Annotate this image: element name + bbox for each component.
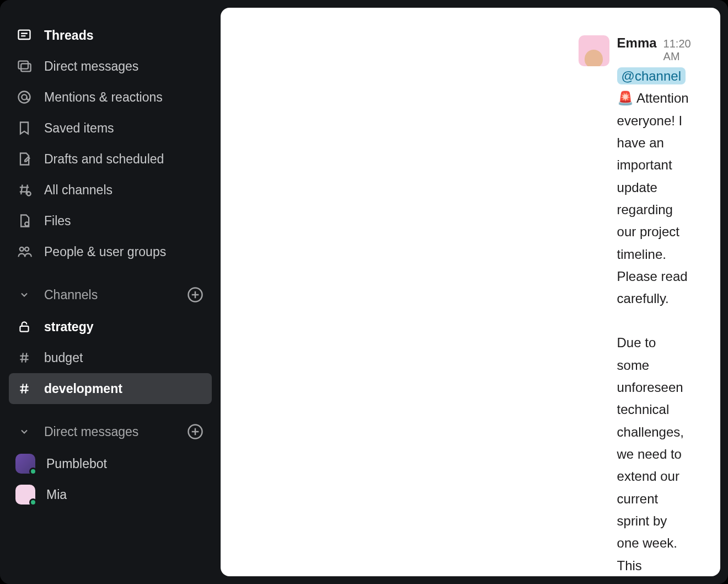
svg-point-14 [25, 247, 29, 251]
presence-indicator [29, 468, 37, 475]
channel-label: strategy [44, 320, 93, 335]
avatar [15, 454, 35, 474]
app-root: Threads Direct messages Mentions & react… [0, 0, 728, 584]
nav-saved[interactable]: Saved items [9, 113, 212, 144]
channels-header[interactable]: Channels [9, 278, 212, 311]
svg-line-26 [25, 384, 26, 393]
message-body: Emma11:20 AM@channel 🚨 Attention everyon… [617, 35, 692, 576]
svg-rect-0 [19, 30, 30, 39]
nav-label: Direct messages [44, 59, 138, 74]
svg-point-12 [25, 222, 29, 226]
message-avatar[interactable] [579, 35, 609, 66]
svg-line-21 [22, 353, 23, 362]
message-header: Emma11:20 AM [617, 35, 692, 63]
svg-line-25 [22, 384, 23, 393]
add-channel-button[interactable] [185, 285, 205, 305]
svg-rect-4 [21, 63, 30, 71]
dm-mia[interactable]: Mia [9, 479, 212, 510]
dm-label: Mia [46, 487, 67, 502]
main-panel: # development 50 [221, 8, 720, 576]
nav-label: Saved items [44, 121, 114, 136]
all-channels-icon [15, 181, 33, 199]
chevron-down-icon [15, 286, 33, 304]
avatar [15, 485, 35, 505]
hash-icon [15, 380, 33, 397]
nav-label: All channels [44, 183, 113, 198]
dm-header[interactable]: Direct messages [9, 415, 212, 448]
svg-point-13 [20, 247, 24, 251]
nav-threads[interactable]: Threads [9, 20, 212, 51]
draft-icon [15, 150, 33, 168]
nav-people[interactable]: People & user groups [9, 236, 212, 267]
mention[interactable]: @channel [617, 67, 686, 84]
channel-header: # development 50 [221, 8, 720, 576]
at-icon [15, 88, 33, 106]
nav-mentions[interactable]: Mentions & reactions [9, 82, 212, 113]
channel-budget[interactable]: budget [9, 342, 212, 373]
svg-point-6 [22, 94, 26, 99]
channel-label: budget [44, 351, 83, 365]
nav-label: Files [44, 214, 71, 229]
svg-rect-18 [20, 326, 28, 332]
channel-strategy[interactable]: strategy [9, 311, 212, 342]
section-label: Channels [44, 288, 174, 302]
people-icon [15, 243, 33, 261]
nav-label: Mentions & reactions [44, 90, 163, 105]
svg-line-22 [25, 353, 26, 362]
svg-point-5 [19, 92, 30, 103]
threads-icon [15, 26, 33, 44]
message-author[interactable]: Emma [617, 35, 657, 51]
dm-pumblebot[interactable]: Pumblebot [9, 448, 212, 479]
message-text: @channel 🚨 Attention everyone! I have an… [617, 65, 692, 576]
svg-point-11 [27, 192, 31, 196]
message: Emma11:20 AM@channel 🚨 Attention everyon… [571, 29, 699, 576]
nav-label: People & user groups [44, 245, 166, 259]
svg-line-9 [21, 185, 22, 195]
nav-label: Threads [44, 28, 93, 43]
message-timestamp: 11:20 AM [663, 38, 692, 63]
nav-direct-messages[interactable]: Direct messages [9, 51, 212, 82]
svg-rect-3 [19, 61, 29, 69]
files-icon [15, 212, 33, 230]
channel-label: development [44, 381, 122, 396]
section-label: Direct messages [44, 424, 174, 439]
bookmark-icon [15, 119, 33, 137]
nav-all-channels[interactable]: All channels [9, 174, 212, 205]
channel-development[interactable]: development [9, 373, 212, 404]
add-dm-button[interactable] [185, 422, 205, 442]
nav-drafts[interactable]: Drafts and scheduled [9, 144, 212, 174]
dm-label: Pumblebot [46, 456, 107, 471]
chevron-down-icon [15, 423, 33, 440]
nav-label: Drafts and scheduled [44, 152, 164, 167]
lock-icon [15, 318, 33, 336]
message-list: Emma11:20 AM@channel 🚨 Attention everyon… [566, 23, 704, 576]
sidebar: Threads Direct messages Mentions & react… [0, 0, 221, 584]
dm-icon [15, 57, 33, 75]
nav-files[interactable]: Files [9, 205, 212, 236]
presence-indicator [29, 498, 37, 506]
hash-icon [15, 349, 33, 367]
